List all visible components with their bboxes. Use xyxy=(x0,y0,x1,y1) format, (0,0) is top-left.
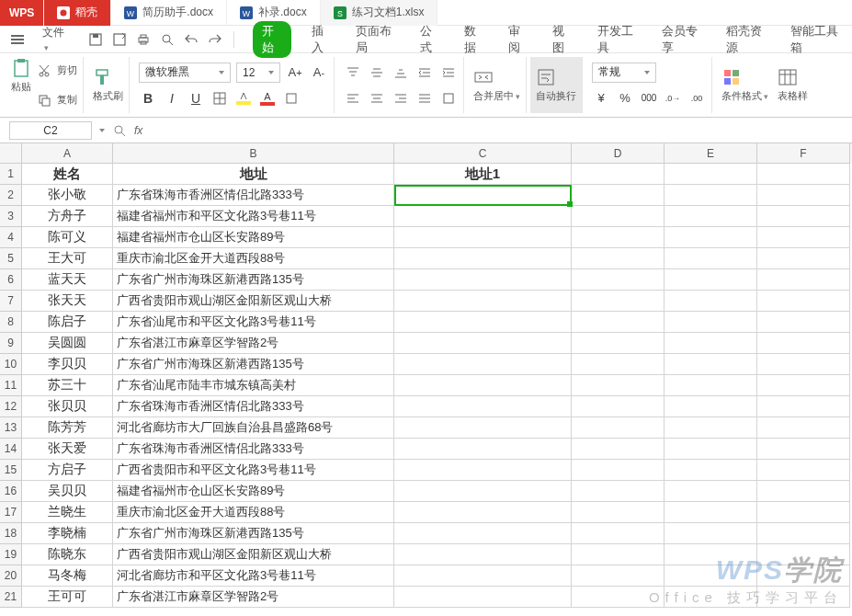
cell[interactable] xyxy=(665,312,757,333)
cell[interactable]: 福建省福州市仓山区长安路89号 xyxy=(113,227,394,248)
cell[interactable] xyxy=(665,248,757,269)
font-color-button[interactable]: A xyxy=(258,89,277,108)
redo-icon[interactable] xyxy=(208,32,222,47)
cell[interactable]: 王大可 xyxy=(22,248,113,269)
table-style-icon[interactable] xyxy=(778,67,798,87)
cell[interactable] xyxy=(665,523,757,544)
name-box[interactable]: C2 xyxy=(9,121,92,140)
tab-member[interactable]: 会员专享 xyxy=(658,21,706,58)
row-header[interactable]: 16 xyxy=(0,481,22,502)
cell[interactable] xyxy=(757,396,850,417)
print-icon[interactable] xyxy=(136,32,151,47)
row-header[interactable]: 17 xyxy=(0,502,22,523)
cell[interactable]: 王可可 xyxy=(22,587,113,608)
cell[interactable]: 地址1 xyxy=(394,164,572,185)
align-justify-icon[interactable] xyxy=(415,89,434,108)
column-header-D[interactable]: D xyxy=(572,143,665,164)
row-header[interactable]: 10 xyxy=(0,354,22,375)
cell[interactable] xyxy=(572,291,665,312)
cell[interactable] xyxy=(665,206,757,227)
search-icon[interactable] xyxy=(112,123,127,138)
border-button[interactable] xyxy=(210,89,229,108)
row-header[interactable]: 14 xyxy=(0,439,22,460)
cell[interactable] xyxy=(757,523,850,544)
wps-logo[interactable]: WPS xyxy=(0,0,44,26)
thousands-icon[interactable]: 000 xyxy=(640,89,658,108)
cell[interactable] xyxy=(665,185,757,206)
orientation-icon[interactable] xyxy=(439,89,458,108)
row-header[interactable]: 3 xyxy=(0,206,22,227)
cell[interactable]: 广东省广州市海珠区新港西路135号 xyxy=(113,269,394,291)
tab-view[interactable]: 视图 xyxy=(549,21,576,58)
cell[interactable] xyxy=(757,544,850,565)
cell[interactable] xyxy=(394,248,572,269)
cell[interactable]: 广东省汕尾市和平区文化路3号巷11号 xyxy=(113,312,394,333)
cell[interactable] xyxy=(665,439,757,460)
row-header[interactable]: 11 xyxy=(0,375,22,396)
cell[interactable] xyxy=(665,227,757,248)
cell[interactable]: 李贝贝 xyxy=(22,354,113,375)
cell[interactable] xyxy=(757,206,850,227)
column-header-A[interactable]: A xyxy=(22,143,113,164)
cell[interactable] xyxy=(757,248,850,269)
cell[interactable]: 吴圆圆 xyxy=(22,333,113,354)
cell[interactable]: 陈启子 xyxy=(22,312,113,333)
row-header[interactable]: 12 xyxy=(0,396,22,417)
name-box-dropdown[interactable] xyxy=(99,129,105,132)
format-painter-icon[interactable] xyxy=(93,67,113,87)
cell[interactable] xyxy=(757,291,850,312)
file-menu[interactable]: 文件▾ xyxy=(35,23,75,55)
cell[interactable] xyxy=(665,544,757,565)
cell[interactable] xyxy=(757,227,850,248)
cell[interactable] xyxy=(572,439,665,460)
underline-button[interactable]: U xyxy=(187,89,205,108)
cell[interactable] xyxy=(394,417,572,439)
save-icon[interactable] xyxy=(88,32,103,47)
decrease-font-icon[interactable]: A- xyxy=(310,63,328,82)
indent-decrease-icon[interactable] xyxy=(415,63,434,82)
cell[interactable]: 广西省贵阳市观山湖区金阳新区观山大桥 xyxy=(113,544,394,565)
cell[interactable] xyxy=(394,269,572,291)
print-preview-icon[interactable] xyxy=(160,32,175,47)
cell[interactable] xyxy=(394,291,572,312)
row-header[interactable]: 18 xyxy=(0,523,22,544)
tab-dev[interactable]: 开发工具 xyxy=(594,21,642,58)
paste-label[interactable]: 粘贴 xyxy=(11,80,31,94)
fill-color-button[interactable] xyxy=(234,89,253,108)
cell[interactable] xyxy=(665,502,757,523)
cell[interactable] xyxy=(394,312,572,333)
cell[interactable] xyxy=(572,333,665,354)
cell[interactable]: 方启子 xyxy=(22,460,113,481)
cell[interactable]: 广东省汕尾市陆丰市城东镇高美村 xyxy=(113,375,394,396)
cell[interactable] xyxy=(572,312,665,333)
paste-icon[interactable] xyxy=(11,58,31,78)
italic-button[interactable]: I xyxy=(163,89,181,108)
tab-smart[interactable]: 智能工具箱 xyxy=(787,21,845,58)
cell[interactable]: 广东省珠海市香洲区情侣北路333号 xyxy=(113,439,394,460)
cell[interactable]: 蓝天天 xyxy=(22,269,113,291)
cell[interactable]: 重庆市渝北区金开大道西段88号 xyxy=(113,248,394,269)
cell[interactable] xyxy=(757,587,850,608)
cell[interactable] xyxy=(572,206,665,227)
column-header-E[interactable]: E xyxy=(665,143,757,164)
cell[interactable] xyxy=(394,439,572,460)
doc-tab-resume[interactable]: W 简历助手.docx xyxy=(111,0,227,26)
cell[interactable]: 广东省珠海市香洲区情侣北路333号 xyxy=(113,396,394,417)
cell[interactable] xyxy=(572,523,665,544)
wrap-text-icon[interactable] xyxy=(536,67,556,87)
cell[interactable] xyxy=(757,481,850,502)
cell[interactable]: 姓名 xyxy=(22,164,113,185)
copy-icon[interactable] xyxy=(37,93,51,108)
cell[interactable] xyxy=(665,565,757,587)
percent-icon[interactable]: % xyxy=(616,89,634,108)
column-header-F[interactable]: F xyxy=(757,143,850,164)
cell[interactable]: 方舟子 xyxy=(22,206,113,227)
cell[interactable] xyxy=(572,544,665,565)
cell[interactable] xyxy=(665,291,757,312)
cell[interactable] xyxy=(394,333,572,354)
hamburger-menu[interactable] xyxy=(7,31,28,48)
align-center-icon[interactable] xyxy=(368,89,386,108)
select-all-corner[interactable] xyxy=(0,143,22,164)
indent-increase-icon[interactable] xyxy=(439,63,458,82)
cell[interactable] xyxy=(665,396,757,417)
